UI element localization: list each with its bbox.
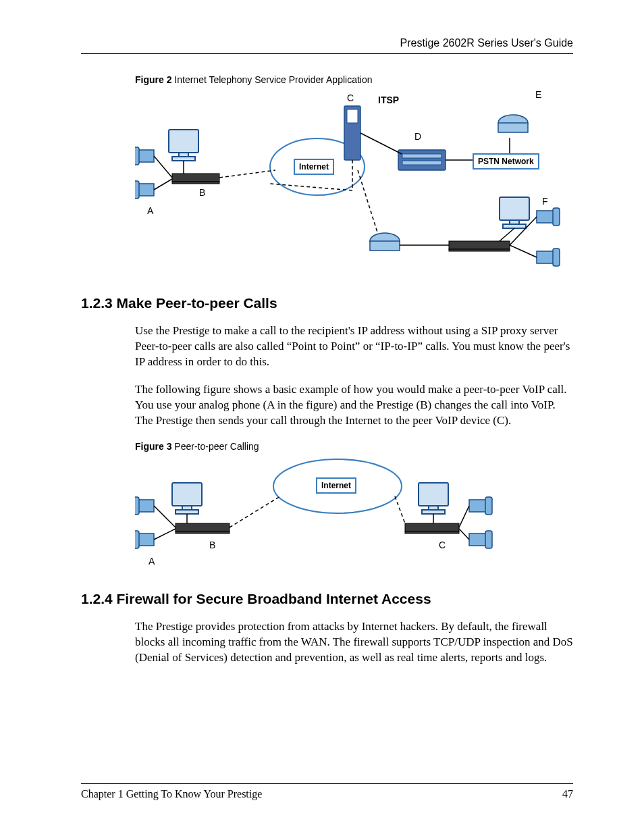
figure-3-diagram: Internet A B C — [135, 456, 567, 571]
svg-rect-7 — [172, 174, 219, 182]
svg-rect-11 — [347, 109, 358, 123]
svg-rect-40 — [422, 510, 445, 514]
svg-rect-12 — [398, 150, 446, 170]
figure-3-caption: Figure 3 Peer-to-peer Calling — [135, 441, 573, 452]
svg-rect-8 — [172, 182, 219, 184]
svg-rect-29 — [172, 483, 202, 506]
svg-rect-27 — [553, 249, 560, 266]
fig3-label-B: B — [209, 540, 215, 550]
fig2-label-C: C — [347, 93, 354, 103]
running-header: Prestige 2602R Series User's Guide — [81, 37, 573, 49]
section-1-2-4-p1: The Prestige provides protection from at… — [135, 619, 573, 666]
fig3-internet-box: Internet — [316, 477, 356, 494]
svg-rect-42 — [485, 497, 492, 515]
figure-2-diagram: A B C D E F ITSP Internet PSTN Network — [135, 89, 567, 275]
section-1-2-4-body: The Prestige provides protection from at… — [135, 619, 573, 666]
fig2-internet-box: Internet — [294, 159, 334, 175]
fig2-label-A: A — [147, 205, 153, 216]
svg-rect-2 — [172, 157, 195, 161]
footer-page-number: 47 — [562, 788, 573, 800]
figure-2-caption-text: Internet Telephony Service Provider Appl… — [171, 74, 372, 85]
fig2-label-B: B — [199, 187, 205, 198]
svg-rect-25 — [553, 208, 560, 226]
svg-rect-4 — [135, 147, 139, 165]
figure-2-svg — [135, 89, 567, 275]
svg-rect-16 — [498, 123, 528, 132]
fig2-pstn-box: PSTN Network — [473, 153, 539, 170]
figure-2-caption: Figure 2 Internet Telephony Service Prov… — [135, 74, 573, 85]
svg-rect-6 — [135, 181, 139, 199]
svg-rect-0 — [169, 130, 198, 153]
figure-3-caption-bold: Figure 3 — [135, 441, 171, 452]
svg-rect-44 — [485, 531, 492, 548]
fig2-label-E: E — [535, 89, 541, 100]
fig3-label-A: A — [149, 556, 155, 567]
section-1-2-4-heading: 1.2.4 Firewall for Secure Broadband Inte… — [81, 591, 573, 607]
fig2-label-F: F — [542, 196, 548, 207]
svg-rect-14 — [402, 161, 441, 165]
fig3-label-C: C — [439, 540, 446, 550]
section-1-2-3-heading: 1.2.3 Make Peer-to-peer Calls — [81, 295, 573, 311]
fig2-label-ITSP: ITSP — [378, 95, 399, 105]
section-1-2-3-p2: The following figure shows a basic examp… — [135, 382, 573, 429]
svg-rect-31 — [176, 510, 198, 514]
footer-chapter: Chapter 1 Getting To Know Your Prestige — [81, 788, 262, 800]
svg-rect-19 — [500, 197, 529, 220]
page-footer: Chapter 1 Getting To Know Your Prestige … — [81, 783, 573, 800]
figure-3-svg — [135, 456, 567, 571]
svg-rect-37 — [176, 531, 230, 533]
page: Prestige 2602R Series User's Guide Figur… — [0, 0, 644, 834]
footer-rule — [81, 783, 573, 784]
svg-rect-23 — [449, 249, 510, 251]
svg-rect-18 — [370, 241, 400, 251]
figure-2-caption-bold: Figure 2 — [135, 74, 171, 85]
svg-rect-46 — [405, 531, 459, 533]
svg-rect-35 — [135, 531, 139, 548]
svg-rect-21 — [503, 224, 526, 228]
fig2-label-D: D — [414, 131, 421, 142]
section-1-2-3-body: Use the Prestige to make a call to the r… — [135, 323, 573, 429]
svg-rect-38 — [419, 483, 448, 506]
section-1-2-3-p1: Use the Prestige to make a call to the r… — [135, 323, 573, 370]
svg-rect-22 — [449, 241, 510, 249]
svg-rect-33 — [135, 497, 139, 515]
svg-rect-36 — [176, 523, 230, 531]
svg-rect-45 — [405, 523, 459, 531]
svg-rect-13 — [402, 154, 441, 158]
figure-3-caption-text: Peer-to-peer Calling — [171, 441, 259, 452]
header-rule — [81, 53, 573, 54]
